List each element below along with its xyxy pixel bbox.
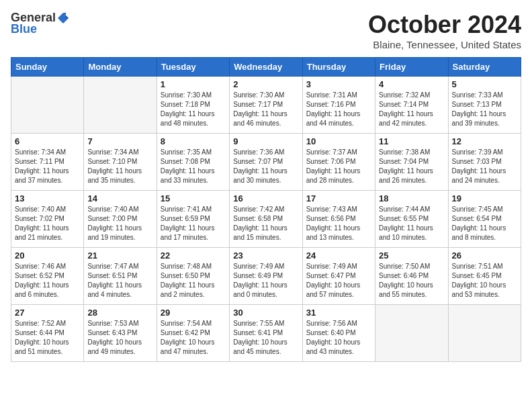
day-number: 15 [161, 193, 226, 203]
day-number: 20 [15, 250, 80, 261]
day-cell-2-1: 14Sunrise: 7:40 AM Sunset: 7:00 PM Dayli… [84, 191, 157, 248]
day-number: 26 [452, 250, 517, 261]
day-cell-1-1: 7Sunrise: 7:34 AM Sunset: 7:10 PM Daylig… [84, 134, 157, 191]
day-number: 1 [161, 79, 226, 89]
day-info: Sunrise: 7:34 AM Sunset: 7:11 PM Dayligh… [15, 148, 80, 185]
day-cell-2-4: 17Sunrise: 7:43 AM Sunset: 6:56 PM Dayli… [302, 191, 375, 248]
day-number: 7 [87, 136, 152, 146]
week-row-1: 1Sunrise: 7:30 AM Sunset: 7:18 PM Daylig… [11, 77, 521, 134]
day-number: 28 [87, 308, 152, 318]
page-subtitle: Blaine, Tennessee, United States [368, 39, 521, 50]
day-info: Sunrise: 7:40 AM Sunset: 7:02 PM Dayligh… [15, 205, 80, 242]
day-number: 25 [379, 250, 444, 261]
day-number: 5 [452, 79, 517, 89]
day-info: Sunrise: 7:30 AM Sunset: 7:17 PM Dayligh… [233, 91, 298, 128]
calendar-table: Sunday Monday Tuesday Wednesday Thursday… [11, 57, 521, 362]
day-info: Sunrise: 7:55 AM Sunset: 6:41 PM Dayligh… [233, 319, 298, 357]
day-cell-1-2: 8Sunrise: 7:35 AM Sunset: 7:08 PM Daylig… [157, 134, 229, 191]
day-info: Sunrise: 7:31 AM Sunset: 7:16 PM Dayligh… [306, 91, 371, 128]
day-info: Sunrise: 7:34 AM Sunset: 7:10 PM Dayligh… [87, 148, 152, 185]
day-number: 18 [379, 193, 444, 203]
week-row-2: 6Sunrise: 7:34 AM Sunset: 7:11 PM Daylig… [11, 134, 521, 191]
day-cell-1-4: 10Sunrise: 7:37 AM Sunset: 7:06 PM Dayli… [302, 134, 375, 191]
day-info: Sunrise: 7:42 AM Sunset: 6:58 PM Dayligh… [233, 205, 298, 242]
day-cell-3-4: 24Sunrise: 7:49 AM Sunset: 6:47 PM Dayli… [302, 248, 375, 305]
day-number: 22 [161, 250, 226, 261]
week-row-3: 13Sunrise: 7:40 AM Sunset: 7:02 PM Dayli… [11, 191, 521, 248]
day-cell-1-3: 9Sunrise: 7:36 AM Sunset: 7:07 PM Daylig… [230, 134, 302, 191]
day-info: Sunrise: 7:43 AM Sunset: 6:56 PM Dayligh… [306, 205, 371, 242]
day-cell-0-1 [84, 77, 157, 134]
day-info: Sunrise: 7:33 AM Sunset: 7:13 PM Dayligh… [452, 91, 517, 128]
page-header: General Blue October 2024 Blaine, Tennes… [11, 11, 521, 50]
day-number: 30 [233, 308, 298, 318]
day-number: 24 [306, 250, 371, 261]
day-cell-1-0: 6Sunrise: 7:34 AM Sunset: 7:11 PM Daylig… [11, 134, 84, 191]
day-number: 19 [452, 193, 517, 203]
day-cell-2-2: 15Sunrise: 7:41 AM Sunset: 6:59 PM Dayli… [157, 191, 229, 248]
day-cell-4-0: 27Sunrise: 7:52 AM Sunset: 6:44 PM Dayli… [11, 305, 84, 362]
col-tuesday: Tuesday [157, 58, 229, 77]
day-cell-2-0: 13Sunrise: 7:40 AM Sunset: 7:02 PM Dayli… [11, 191, 84, 248]
day-number: 10 [306, 136, 371, 146]
day-info: Sunrise: 7:30 AM Sunset: 7:18 PM Dayligh… [161, 91, 226, 128]
day-cell-0-6: 5Sunrise: 7:33 AM Sunset: 7:13 PM Daylig… [448, 77, 521, 134]
day-info: Sunrise: 7:54 AM Sunset: 6:42 PM Dayligh… [161, 319, 226, 357]
day-info: Sunrise: 7:44 AM Sunset: 6:55 PM Dayligh… [379, 205, 444, 242]
day-info: Sunrise: 7:37 AM Sunset: 7:06 PM Dayligh… [306, 148, 371, 185]
col-wednesday: Wednesday [230, 58, 302, 77]
day-number: 12 [452, 136, 517, 146]
day-number: 11 [379, 136, 444, 146]
day-cell-3-1: 21Sunrise: 7:47 AM Sunset: 6:51 PM Dayli… [84, 248, 157, 305]
day-number: 23 [233, 250, 298, 261]
day-cell-2-3: 16Sunrise: 7:42 AM Sunset: 6:58 PM Dayli… [230, 191, 302, 248]
col-sunday: Sunday [11, 58, 84, 77]
day-cell-0-0 [11, 77, 84, 134]
day-cell-4-6 [448, 305, 521, 362]
day-number: 6 [15, 136, 80, 146]
day-info: Sunrise: 7:38 AM Sunset: 7:04 PM Dayligh… [379, 148, 444, 185]
day-cell-0-3: 2Sunrise: 7:30 AM Sunset: 7:17 PM Daylig… [230, 77, 302, 134]
day-cell-3-5: 25Sunrise: 7:50 AM Sunset: 6:46 PM Dayli… [375, 248, 448, 305]
day-info: Sunrise: 7:50 AM Sunset: 6:46 PM Dayligh… [379, 262, 444, 300]
day-number: 2 [233, 79, 298, 89]
day-info: Sunrise: 7:49 AM Sunset: 6:49 PM Dayligh… [233, 262, 298, 300]
day-number: 4 [379, 79, 444, 89]
day-cell-3-2: 22Sunrise: 7:48 AM Sunset: 6:50 PM Dayli… [157, 248, 229, 305]
col-friday: Friday [375, 58, 448, 77]
col-thursday: Thursday [302, 58, 375, 77]
calendar-header-row: Sunday Monday Tuesday Wednesday Thursday… [11, 58, 521, 77]
week-row-5: 27Sunrise: 7:52 AM Sunset: 6:44 PM Dayli… [11, 305, 521, 362]
day-cell-3-6: 26Sunrise: 7:51 AM Sunset: 6:45 PM Dayli… [448, 248, 521, 305]
logo-icon [56, 11, 70, 25]
day-number: 27 [15, 308, 80, 318]
day-cell-0-2: 1Sunrise: 7:30 AM Sunset: 7:18 PM Daylig… [157, 77, 229, 134]
day-cell-1-5: 11Sunrise: 7:38 AM Sunset: 7:04 PM Dayli… [375, 134, 448, 191]
day-info: Sunrise: 7:39 AM Sunset: 7:03 PM Dayligh… [452, 148, 517, 185]
col-saturday: Saturday [448, 58, 521, 77]
day-info: Sunrise: 7:51 AM Sunset: 6:45 PM Dayligh… [452, 262, 517, 300]
day-cell-4-3: 30Sunrise: 7:55 AM Sunset: 6:41 PM Dayli… [230, 305, 302, 362]
day-cell-1-6: 12Sunrise: 7:39 AM Sunset: 7:03 PM Dayli… [448, 134, 521, 191]
day-info: Sunrise: 7:46 AM Sunset: 6:52 PM Dayligh… [15, 262, 80, 300]
week-row-4: 20Sunrise: 7:46 AM Sunset: 6:52 PM Dayli… [11, 248, 521, 305]
day-info: Sunrise: 7:47 AM Sunset: 6:51 PM Dayligh… [87, 262, 152, 300]
day-number: 14 [87, 193, 152, 203]
logo-blue-text: Blue [11, 22, 37, 36]
day-number: 13 [15, 193, 80, 203]
day-cell-0-5: 4Sunrise: 7:32 AM Sunset: 7:14 PM Daylig… [375, 77, 448, 134]
day-info: Sunrise: 7:35 AM Sunset: 7:08 PM Dayligh… [161, 148, 226, 185]
day-info: Sunrise: 7:52 AM Sunset: 6:44 PM Dayligh… [15, 319, 80, 357]
day-info: Sunrise: 7:56 AM Sunset: 6:40 PM Dayligh… [306, 319, 371, 357]
day-cell-2-5: 18Sunrise: 7:44 AM Sunset: 6:55 PM Dayli… [375, 191, 448, 248]
day-info: Sunrise: 7:48 AM Sunset: 6:50 PM Dayligh… [161, 262, 226, 300]
page-title: October 2024 [368, 11, 521, 39]
day-number: 9 [233, 136, 298, 146]
day-cell-0-4: 3Sunrise: 7:31 AM Sunset: 7:16 PM Daylig… [302, 77, 375, 134]
day-number: 17 [306, 193, 371, 203]
day-info: Sunrise: 7:53 AM Sunset: 6:43 PM Dayligh… [87, 319, 152, 357]
day-number: 8 [161, 136, 226, 146]
day-info: Sunrise: 7:36 AM Sunset: 7:07 PM Dayligh… [233, 148, 298, 185]
day-cell-3-3: 23Sunrise: 7:49 AM Sunset: 6:49 PM Dayli… [230, 248, 302, 305]
day-number: 3 [306, 79, 371, 89]
